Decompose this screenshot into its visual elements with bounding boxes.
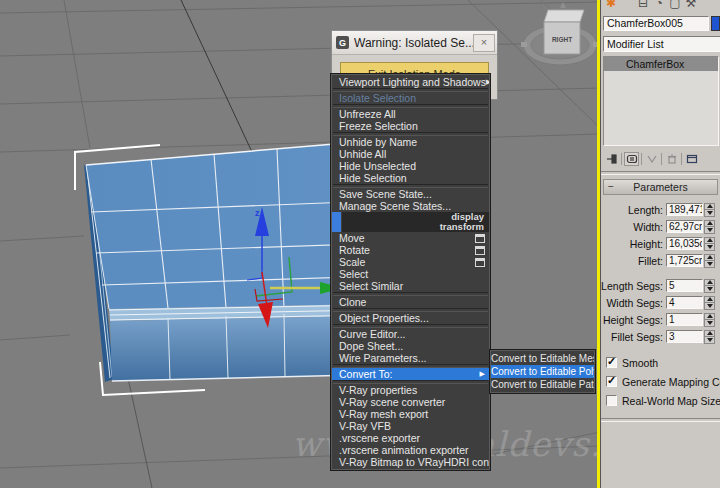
settings-dialog-icon[interactable] [475, 234, 485, 243]
menu-item-rotate[interactable]: Rotate [332, 244, 489, 256]
menu-section-transform: transform [332, 222, 489, 232]
modifier-list-dropdown[interactable]: Modifier List [603, 36, 720, 52]
menu-item-viewport-lighting-and-shadows[interactable]: Viewport Lighting and Shadows▶ [332, 76, 489, 88]
menu-item-v-ray-vfb[interactable]: V-Ray VFB [332, 420, 489, 432]
fillet-field[interactable]: 1,725cm [666, 254, 703, 267]
perspective-viewport[interactable]: z RIGHT www.digitaldevs.com [0, 0, 600, 488]
tab-create-icon[interactable]: ✱ [603, 0, 619, 13]
spinner-down-icon[interactable] [705, 244, 714, 250]
show-end-result-icon[interactable] [624, 152, 639, 166]
context-menu: Viewport Lighting and Shadows▶Isolate Se… [331, 74, 490, 470]
tab-modify-icon[interactable]: ⌒ [619, 0, 635, 13]
toolbar-divider [661, 153, 662, 165]
menu-item-label: Dope Sheet... [339, 340, 403, 352]
width-spinner[interactable] [704, 220, 715, 234]
tab-utilities-icon[interactable]: ⚒ [683, 0, 699, 13]
seg-row-width-segs: Width Segs:4 [601, 294, 720, 311]
menu-item-label: Select [339, 268, 368, 280]
menu-item-label: .vrscene exporter [339, 432, 420, 444]
configure-modifier-sets-icon[interactable] [684, 152, 699, 166]
width-field[interactable]: 62,97cm [666, 220, 703, 233]
modifier-stack-toolbar [601, 148, 720, 169]
check-mark-icon: ✓ [607, 374, 616, 387]
object-color-swatch[interactable] [711, 16, 720, 31]
menu-item-dope-sheet[interactable]: Dope Sheet... [332, 340, 489, 352]
pin-stack-icon[interactable] [604, 152, 619, 166]
spinner-down-icon[interactable] [705, 337, 714, 343]
submenu-item-convert-to-editable-poly[interactable]: Convert to Editable Poly [491, 365, 594, 378]
menu-item-label: .vrscene animation exporter [339, 444, 469, 456]
menu-item-v-ray-bitmap-to-vrayhdri-converter[interactable]: V-Ray Bitmap to VRayHDRI converter [332, 456, 489, 468]
height-field[interactable]: 16,035cm [666, 237, 703, 250]
smooth-checkbox[interactable]: ✓ [606, 357, 617, 368]
segment-parameters: Length Segs:5Width Segs:4Height Segs:1Fi… [601, 277, 720, 345]
menu-item-v-ray-properties[interactable]: V-Ray properties [332, 384, 489, 396]
menu-item-object-properties[interactable]: Object Properties... [332, 312, 489, 324]
settings-dialog-icon[interactable] [475, 258, 485, 267]
submenu-item-convert-to-editable-patch[interactable]: Convert to Editable Patch [491, 378, 594, 391]
menu-item-convert-to[interactable]: Convert To:▶ [332, 368, 489, 380]
menu-item-unhide-by-name[interactable]: Unhide by Name [332, 136, 489, 148]
menu-item-vrscene-animation-exporter[interactable]: .vrscene animation exporter [332, 444, 489, 456]
spinner-down-icon[interactable] [705, 261, 714, 267]
menu-item-save-scene-state[interactable]: Save Scene State... [332, 188, 489, 200]
generate-mapping-coords-checkbox[interactable]: ✓ [606, 376, 617, 387]
remove-modifier-icon[interactable] [664, 152, 679, 166]
menu-item-select-similar[interactable]: Select Similar [332, 280, 489, 292]
dialog-titlebar[interactable]: G Warning: Isolated Se... × [332, 31, 497, 55]
fillet-segs-field[interactable]: 3 [666, 330, 703, 343]
submenu-item-convert-to-editable-mesh[interactable]: Convert to Editable Mesh [491, 352, 594, 365]
make-unique-icon[interactable] [644, 152, 659, 166]
divider [601, 418, 720, 422]
height-segs-spinner[interactable] [704, 313, 715, 327]
tab-motion-icon[interactable]: ◔ [651, 0, 667, 13]
menu-item-isolate-selection[interactable]: Isolate Selection [332, 92, 489, 104]
param-row-height: Height:16,035cm [601, 235, 720, 252]
tab-hierarchy-icon[interactable]: ⊟ [635, 0, 651, 13]
menu-item-curve-editor[interactable]: Curve Editor... [332, 328, 489, 340]
seg-row-length-segs: Length Segs:5 [601, 277, 720, 294]
menu-item-label: V-Ray VFB [339, 420, 391, 432]
width-segs-field[interactable]: 4 [666, 296, 703, 309]
height-segs-field[interactable]: 1 [666, 313, 703, 326]
menu-item-unhide-all[interactable]: Unhide All [332, 148, 489, 160]
menu-item-hide-selection[interactable]: Hide Selection [332, 172, 489, 184]
option-checkboxes: ✓Smooth✓Generate Mapping Coords.Real-Wor… [601, 353, 720, 410]
real-world-map-size-checkbox[interactable] [606, 395, 617, 406]
width-segs-spinner[interactable] [704, 296, 715, 310]
convert-to-submenu: Convert to Editable MeshConvert to Edita… [490, 350, 595, 393]
height-spinner[interactable] [704, 237, 715, 251]
menu-item-freeze-selection[interactable]: Freeze Selection [332, 120, 489, 132]
length-segs-spinner[interactable] [704, 279, 715, 293]
spinner-down-icon[interactable] [705, 210, 714, 216]
menu-item-scale[interactable]: Scale [332, 256, 489, 268]
spinner-down-icon[interactable] [705, 320, 714, 326]
menu-item-unfreeze-all[interactable]: Unfreeze All [332, 108, 489, 120]
menu-item-wire-parameters[interactable]: Wire Parameters... [332, 352, 489, 364]
parameters-rollout-header[interactable]: − Parameters [603, 179, 718, 195]
spinner-down-icon[interactable] [705, 303, 714, 309]
param-label: Height: [601, 238, 666, 250]
length-segs-field[interactable]: 5 [666, 279, 703, 292]
menu-item-move[interactable]: Move [332, 232, 489, 244]
object-name-field[interactable]: ChamferBox005 [603, 16, 709, 31]
tab-display-icon[interactable]: ▢ [667, 0, 683, 13]
fillet-segs-spinner[interactable] [704, 330, 715, 344]
spinner-down-icon[interactable] [705, 227, 714, 233]
menu-item-vrscene-exporter[interactable]: .vrscene exporter [332, 432, 489, 444]
close-icon[interactable]: × [473, 34, 495, 52]
menu-item-v-ray-mesh-export[interactable]: V-Ray mesh export [332, 408, 489, 420]
checkbox-label: Smooth [622, 357, 658, 369]
fillet-spinner[interactable] [704, 254, 715, 268]
spinner-down-icon[interactable] [705, 286, 714, 292]
menu-item-hide-unselected[interactable]: Hide Unselected [332, 160, 489, 172]
length-field[interactable]: 189,471cm [666, 203, 703, 216]
settings-dialog-icon[interactable] [475, 246, 485, 255]
viewcube[interactable]: RIGHT [521, 2, 599, 65]
menu-item-select[interactable]: Select [332, 268, 489, 280]
length-spinner[interactable] [704, 203, 715, 217]
stack-item-chamferbox[interactable]: ChamferBox [604, 57, 718, 71]
checkbox-label: Real-World Map Size [622, 395, 720, 407]
menu-item-clone[interactable]: Clone [332, 296, 489, 308]
menu-item-v-ray-scene-converter[interactable]: V-Ray scene converter [332, 396, 489, 408]
